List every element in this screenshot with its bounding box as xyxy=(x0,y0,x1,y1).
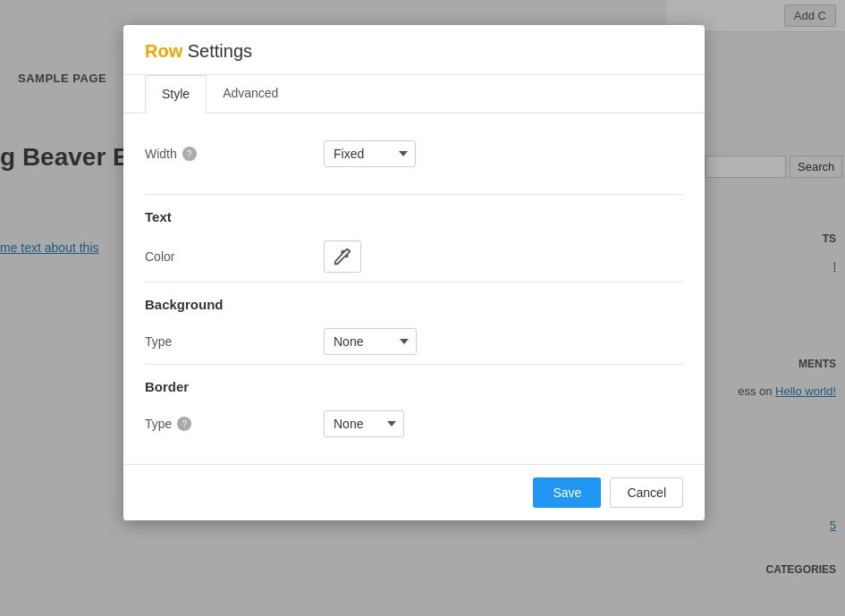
eyedropper-icon xyxy=(333,247,352,266)
border-help-icon[interactable]: ? xyxy=(177,417,191,431)
modal-body: Width ? Fixed Full Width Text Color xyxy=(123,114,705,464)
modal-title: Row Settings xyxy=(145,41,683,62)
color-picker-button[interactable] xyxy=(324,240,361,273)
border-type-control: None Solid Dashed Dotted Double xyxy=(324,410,683,437)
border-type-row: Type ? None Solid Dashed Dotted Double xyxy=(145,401,683,446)
width-label: Width ? xyxy=(145,147,324,161)
modal-tabs: Style Advanced xyxy=(123,75,705,114)
border-type-label: Type ? xyxy=(145,417,324,431)
width-help-icon[interactable]: ? xyxy=(182,147,197,161)
tab-style[interactable]: Style xyxy=(145,75,207,114)
modal-footer: Save Cancel xyxy=(123,464,705,520)
color-control xyxy=(324,240,683,273)
color-row: Color xyxy=(145,232,683,282)
background-type-row: Type None Color Gradient Photo Video Par… xyxy=(145,319,683,364)
background-section-title: Background xyxy=(145,282,683,319)
background-type-label: Type xyxy=(145,334,324,349)
width-control: Fixed Full Width xyxy=(324,140,683,167)
width-row: Width ? Fixed Full Width xyxy=(145,131,683,176)
row-settings-modal: Row Settings Style Advanced Width ? Fixe… xyxy=(123,25,705,520)
text-section-title: Text xyxy=(145,194,683,232)
width-select[interactable]: Fixed Full Width xyxy=(324,140,416,167)
color-label: Color xyxy=(145,249,324,264)
save-button[interactable]: Save xyxy=(533,477,601,508)
background-type-control: None Color Gradient Photo Video Parallax… xyxy=(324,328,683,355)
cancel-button[interactable]: Cancel xyxy=(610,477,683,508)
width-section: Width ? Fixed Full Width xyxy=(145,114,683,194)
modal-header: Row Settings xyxy=(123,25,705,75)
border-type-select[interactable]: None Solid Dashed Dotted Double xyxy=(324,410,404,437)
tab-advanced[interactable]: Advanced xyxy=(207,75,294,114)
border-section-title: Border xyxy=(145,364,683,401)
background-type-select[interactable]: None Color Gradient Photo Video Parallax… xyxy=(324,328,417,355)
